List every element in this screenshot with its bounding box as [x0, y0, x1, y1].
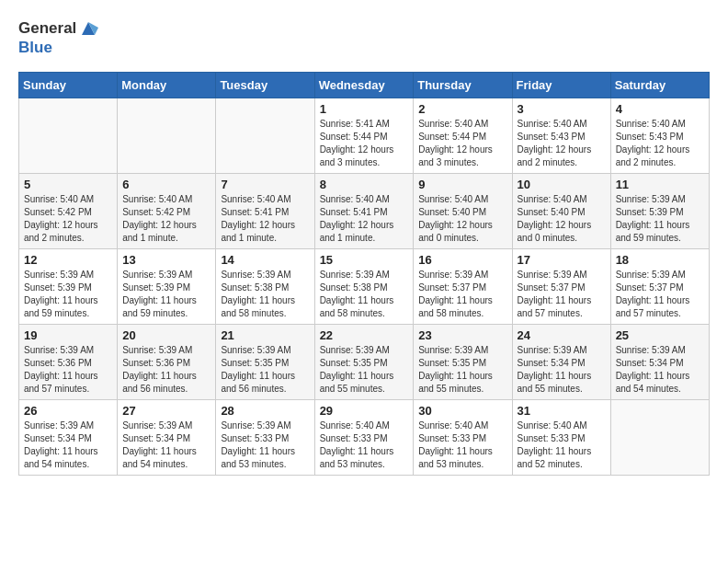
- cell-info-text: Daylight: 12 hours and 1 minute.: [122, 219, 210, 245]
- cell-info-text: Sunrise: 5:40 AM: [221, 193, 309, 206]
- day-header-monday: Monday: [118, 73, 216, 98]
- cell-info-text: Sunset: 5:33 PM: [418, 432, 506, 445]
- cell-info-text: Daylight: 11 hours and 59 minutes.: [24, 294, 112, 320]
- calendar-cell: 1Sunrise: 5:41 AMSunset: 5:44 PMDaylight…: [314, 98, 414, 174]
- day-number: 4: [616, 102, 704, 116]
- cell-info-text: Sunrise: 5:39 AM: [616, 193, 704, 206]
- cell-info-text: Daylight: 11 hours and 54 minutes.: [24, 445, 112, 471]
- cell-info-text: Sunrise: 5:40 AM: [418, 118, 506, 131]
- calendar-cell: 28Sunrise: 5:39 AMSunset: 5:33 PMDayligh…: [216, 400, 314, 476]
- cell-info-text: Sunset: 5:34 PM: [616, 357, 704, 370]
- cell-info-text: Daylight: 11 hours and 53 minutes.: [221, 445, 309, 471]
- cell-info-text: Sunset: 5:39 PM: [616, 206, 704, 219]
- calendar-table: SundayMondayTuesdayWednesdayThursdayFrid…: [18, 72, 710, 476]
- cell-info-text: Sunset: 5:44 PM: [320, 131, 409, 144]
- calendar-cell: 15Sunrise: 5:39 AMSunset: 5:38 PMDayligh…: [314, 249, 414, 325]
- cell-info-text: Daylight: 11 hours and 59 minutes.: [122, 294, 210, 320]
- calendar-cell: 25Sunrise: 5:39 AMSunset: 5:34 PMDayligh…: [610, 325, 709, 400]
- calendar-cell: 21Sunrise: 5:39 AMSunset: 5:35 PMDayligh…: [216, 325, 314, 400]
- cell-info-text: Sunrise: 5:39 AM: [418, 344, 506, 357]
- cell-info-text: Sunset: 5:41 PM: [320, 206, 409, 219]
- calendar-cell: 19Sunrise: 5:39 AMSunset: 5:36 PMDayligh…: [19, 325, 118, 400]
- cell-info-text: Sunrise: 5:40 AM: [418, 419, 506, 432]
- day-number: 12: [24, 253, 112, 267]
- calendar-cell: 22Sunrise: 5:39 AMSunset: 5:35 PMDayligh…: [314, 325, 414, 400]
- cell-info-text: Sunrise: 5:39 AM: [320, 269, 409, 282]
- cell-info-text: Sunrise: 5:39 AM: [122, 269, 210, 282]
- cell-info-text: Sunrise: 5:39 AM: [221, 419, 309, 432]
- calendar-cell: 12Sunrise: 5:39 AMSunset: 5:39 PMDayligh…: [19, 249, 118, 325]
- calendar-cell: 11Sunrise: 5:39 AMSunset: 5:39 PMDayligh…: [610, 174, 709, 249]
- cell-info-text: Sunrise: 5:39 AM: [24, 419, 112, 432]
- day-number: 25: [616, 328, 704, 342]
- cell-info-text: Sunset: 5:43 PM: [616, 131, 704, 144]
- day-number: 22: [320, 328, 409, 342]
- calendar-cell: 29Sunrise: 5:40 AMSunset: 5:33 PMDayligh…: [314, 400, 414, 476]
- cell-info-text: Sunrise: 5:39 AM: [122, 419, 210, 432]
- cell-info-text: Sunrise: 5:39 AM: [418, 269, 506, 282]
- cell-info-text: Sunset: 5:40 PM: [418, 206, 506, 219]
- day-number: 18: [616, 253, 704, 267]
- cell-info-text: Sunset: 5:33 PM: [320, 432, 409, 445]
- cell-info-text: Daylight: 11 hours and 57 minutes.: [24, 370, 112, 396]
- cell-info-text: Sunset: 5:42 PM: [122, 206, 210, 219]
- calendar-cell: 10Sunrise: 5:40 AMSunset: 5:40 PMDayligh…: [512, 174, 610, 249]
- cell-info-text: Daylight: 11 hours and 53 minutes.: [320, 445, 409, 471]
- day-number: 20: [122, 328, 210, 342]
- page-header: General Blue: [18, 18, 710, 57]
- day-number: 6: [122, 178, 210, 191]
- cell-info-text: Sunset: 5:37 PM: [418, 282, 506, 294]
- cell-info-text: Sunset: 5:37 PM: [518, 282, 606, 294]
- cell-info-text: Daylight: 11 hours and 53 minutes.: [418, 445, 506, 471]
- cell-info-text: Sunset: 5:41 PM: [221, 206, 309, 219]
- cell-info-text: Sunset: 5:39 PM: [24, 282, 112, 294]
- cell-info-text: Sunrise: 5:39 AM: [122, 344, 210, 357]
- cell-info-text: Daylight: 11 hours and 59 minutes.: [616, 219, 704, 245]
- cell-info-text: Daylight: 12 hours and 3 minutes.: [320, 144, 409, 169]
- cell-info-text: Sunrise: 5:40 AM: [320, 193, 409, 206]
- cell-info-text: Sunrise: 5:39 AM: [24, 344, 112, 357]
- cell-info-text: Daylight: 11 hours and 58 minutes.: [221, 294, 309, 320]
- calendar-cell: 27Sunrise: 5:39 AMSunset: 5:34 PMDayligh…: [118, 400, 216, 476]
- cell-info-text: Daylight: 11 hours and 58 minutes.: [418, 294, 506, 320]
- cell-info-text: Sunrise: 5:40 AM: [320, 419, 409, 432]
- day-number: 5: [24, 178, 112, 191]
- day-number: 17: [518, 253, 606, 267]
- day-number: 29: [320, 404, 409, 418]
- day-number: 15: [320, 253, 409, 267]
- cell-info-text: Sunset: 5:34 PM: [518, 357, 606, 370]
- calendar-cell: 3Sunrise: 5:40 AMSunset: 5:43 PMDaylight…: [512, 98, 610, 174]
- calendar-cell: 31Sunrise: 5:40 AMSunset: 5:33 PMDayligh…: [512, 400, 610, 476]
- cell-info-text: Sunset: 5:35 PM: [320, 357, 409, 370]
- day-header-tuesday: Tuesday: [216, 73, 314, 98]
- day-number: 27: [122, 404, 210, 418]
- calendar-cell: 30Sunrise: 5:40 AMSunset: 5:33 PMDayligh…: [414, 400, 512, 476]
- calendar-cell: 18Sunrise: 5:39 AMSunset: 5:37 PMDayligh…: [610, 249, 709, 325]
- day-number: 8: [320, 178, 409, 191]
- cell-info-text: Daylight: 11 hours and 57 minutes.: [518, 294, 606, 320]
- day-number: 26: [24, 404, 112, 418]
- cell-info-text: Sunrise: 5:40 AM: [518, 193, 606, 206]
- calendar-cell: 23Sunrise: 5:39 AMSunset: 5:35 PMDayligh…: [414, 325, 512, 400]
- cell-info-text: Sunrise: 5:40 AM: [616, 118, 704, 131]
- cell-info-text: Sunset: 5:35 PM: [221, 357, 309, 370]
- cell-info-text: Sunrise: 5:39 AM: [221, 269, 309, 282]
- cell-info-text: Daylight: 11 hours and 56 minutes.: [221, 370, 309, 396]
- cell-info-text: Sunset: 5:38 PM: [221, 282, 309, 294]
- cell-info-text: Daylight: 11 hours and 57 minutes.: [616, 294, 704, 320]
- day-header-thursday: Thursday: [414, 73, 512, 98]
- day-number: 21: [221, 328, 309, 342]
- cell-info-text: Sunset: 5:34 PM: [24, 432, 112, 445]
- calendar-cell: [216, 98, 314, 174]
- day-number: 9: [418, 178, 506, 191]
- calendar-cell: 4Sunrise: 5:40 AMSunset: 5:43 PMDaylight…: [610, 98, 709, 174]
- cell-info-text: Sunset: 5:36 PM: [122, 357, 210, 370]
- cell-info-text: Sunset: 5:37 PM: [616, 282, 704, 294]
- cell-info-text: Daylight: 12 hours and 0 minutes.: [418, 219, 506, 245]
- cell-info-text: Daylight: 11 hours and 55 minutes.: [518, 370, 606, 396]
- cell-info-text: Sunset: 5:39 PM: [122, 282, 210, 294]
- cell-info-text: Daylight: 11 hours and 54 minutes.: [122, 445, 210, 471]
- logo-text-blue: Blue: [18, 39, 52, 56]
- cell-info-text: Sunrise: 5:41 AM: [320, 118, 409, 131]
- cell-info-text: Daylight: 12 hours and 3 minutes.: [418, 144, 506, 169]
